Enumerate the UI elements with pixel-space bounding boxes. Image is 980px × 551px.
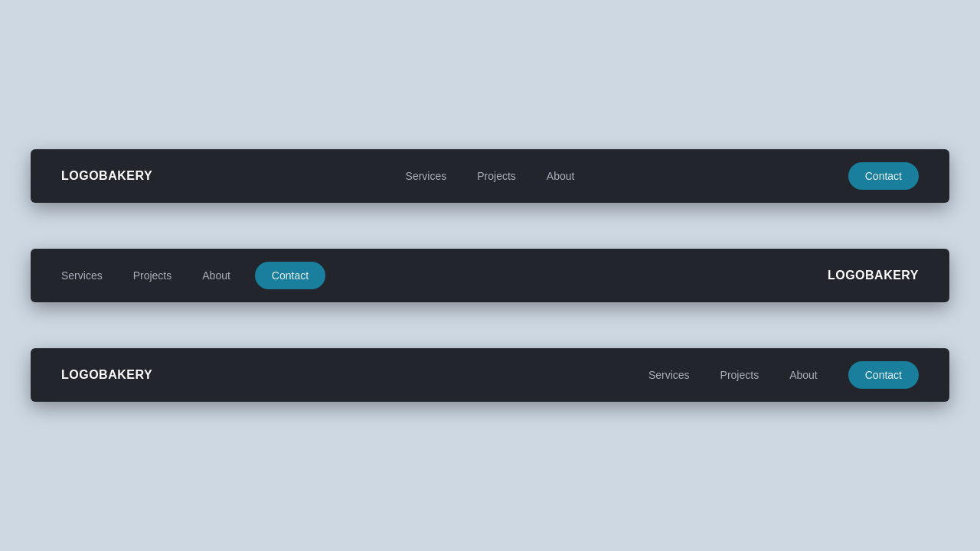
contact-button-2[interactable]: Contact: [255, 262, 325, 289]
nav-link-services-3[interactable]: Services: [648, 369, 690, 381]
nav-item-projects-2[interactable]: Projects: [133, 269, 172, 282]
navbar-1: LOGOBAKERY Services Projects About Conta…: [31, 149, 949, 203]
contact-button-1[interactable]: Contact: [848, 162, 919, 190]
nav-link-projects-1[interactable]: Projects: [477, 170, 516, 182]
nav-left-2: Services Projects About Contact: [61, 262, 325, 289]
nav-link-about-2[interactable]: About: [202, 269, 230, 282]
navbar-3: LOGOBAKERY Services Projects About Conta…: [31, 348, 949, 402]
nav-links-1: Services Projects About: [406, 169, 575, 183]
navbar-2: Services Projects About Contact LOGOBAKE…: [31, 249, 949, 302]
contact-button-3[interactable]: Contact: [848, 361, 919, 389]
nav-links-3: Services Projects About: [648, 368, 818, 382]
logo-3: LOGOBAKERY: [61, 368, 152, 382]
nav-item-services-1[interactable]: Services: [406, 169, 447, 183]
nav-item-services-3[interactable]: Services: [648, 368, 690, 382]
nav-link-projects-2[interactable]: Projects: [133, 269, 172, 282]
nav-link-projects-3[interactable]: Projects: [720, 369, 760, 381]
nav-link-services-2[interactable]: Services: [61, 269, 103, 282]
nav-link-about-1[interactable]: About: [547, 170, 575, 182]
logo-1: LOGOBAKERY: [61, 169, 152, 183]
nav-item-about-3[interactable]: About: [789, 368, 818, 382]
navbar-1-wrapper: LOGOBAKERY Services Projects About Conta…: [31, 149, 949, 203]
logo-2: LOGOBAKERY: [828, 269, 919, 282]
nav-item-services-2[interactable]: Services: [61, 269, 103, 282]
nav-item-about-1[interactable]: About: [547, 169, 575, 183]
nav-item-projects-3[interactable]: Projects: [720, 368, 760, 382]
nav-center-1: Services Projects About: [406, 169, 575, 183]
nav-link-about-3[interactable]: About: [789, 369, 818, 381]
nav-right-3: Services Projects About Contact: [648, 361, 919, 389]
nav-links-2: Services Projects About: [61, 269, 230, 282]
nav-link-services-1[interactable]: Services: [406, 170, 447, 182]
nav-item-projects-1[interactable]: Projects: [477, 169, 516, 183]
nav-item-about-2[interactable]: About: [202, 269, 230, 282]
